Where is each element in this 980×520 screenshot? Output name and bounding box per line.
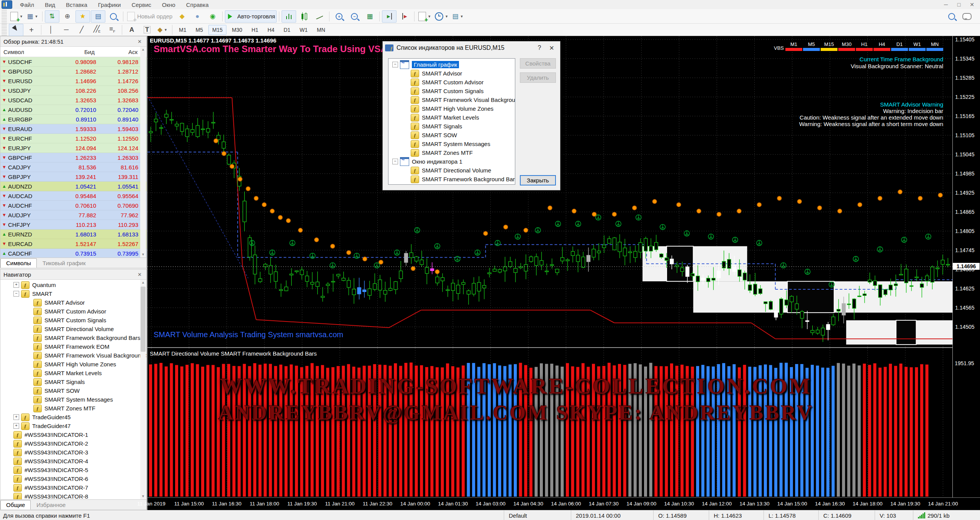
dialog-indicator-row[interactable]: ƒSMART System Messages (388, 139, 515, 148)
chevron-down-icon[interactable]: ▼ (34, 15, 38, 18)
navigator-item[interactable]: ƒ#WSS943!INDICATOR-4 (0, 457, 146, 466)
menu-item-окно[interactable]: Окно (157, 1, 181, 9)
periods-button[interactable]: ▼ (433, 10, 450, 23)
trendline-button[interactable]: ╱ (74, 24, 89, 36)
market-watch-row-AUDUSD[interactable]: ▲AUDUSD0.720100.72040 (0, 105, 146, 115)
new-chart-button[interactable]: +▼ (9, 10, 25, 23)
market-watch-row-AUDNZD[interactable]: ▲AUDNZD1.054211.05541 (0, 182, 146, 191)
shift-chart-button[interactable]: ▸ (397, 10, 412, 23)
hline-button[interactable]: ─ (59, 24, 74, 36)
dialog-indicator-row[interactable]: ƒSMART Framework Visual Background Scann… (388, 95, 515, 104)
dialog-help-button[interactable]: ? (533, 44, 546, 51)
navigator-item[interactable]: ƒSMART SOW (0, 386, 146, 395)
tab-тиковый-график[interactable]: Тиковый график (37, 258, 92, 268)
scroll-up-icon[interactable]: ▲ (140, 280, 146, 285)
line-chart-button[interactable] (312, 10, 327, 23)
navigator-item[interactable]: ƒSMART Framework Visual Background Scann… (0, 351, 146, 360)
market-watch-row-EURCHF[interactable]: ▼EURCHF1.125201.12550 (0, 134, 146, 143)
scroll-thumb[interactable] (141, 287, 146, 352)
dialog-indicator-row[interactable]: ƒSMART Custom Advisor (388, 78, 515, 87)
signals-button[interactable]: ◉ (205, 10, 220, 23)
crosshair-button[interactable]: + (24, 24, 39, 36)
navigator-item[interactable]: ƒSMART Custom Advisor (0, 307, 146, 316)
timeframe-mn[interactable]: MN (313, 25, 329, 35)
chevron-down-icon[interactable]: ▼ (20, 15, 23, 18)
market-watch-scrollbar[interactable]: ▲ ▼ (140, 47, 146, 258)
strategy-tester-button[interactable] (106, 10, 121, 23)
zoom-out-button[interactable]: − (347, 10, 362, 23)
close-icon[interactable]: ✕ (136, 272, 143, 277)
chevron-down-icon[interactable]: ▼ (428, 15, 431, 18)
navigator-item[interactable]: ƒSMART High Volume Zones (0, 360, 146, 369)
time-axis[interactable]: 11 Jan 201911 Jan 15:0011 Jan 16:3011 Ja… (147, 497, 980, 510)
expand-icon[interactable]: + (13, 414, 19, 420)
chevron-down-icon[interactable]: ▼ (164, 28, 167, 32)
navigator-item[interactable]: +ƒQuantum (0, 281, 146, 289)
tile-windows-button[interactable]: ▦ (362, 10, 377, 23)
close-button[interactable]: ✕ (966, 2, 978, 8)
chevron-down-icon[interactable]: ▼ (445, 15, 448, 18)
navigator-item[interactable]: ƒSMART Zones MTF (0, 404, 146, 413)
timeframe-m5[interactable]: M5 (192, 25, 206, 35)
dialog-indicator-row[interactable]: ƒSMART Directional Volume (388, 166, 515, 175)
tab-общие[interactable]: Общие (0, 500, 31, 510)
expand-icon[interactable]: − (13, 291, 19, 297)
close-icon[interactable]: ✕ (136, 39, 143, 44)
chevron-down-icon[interactable]: ▼ (460, 15, 464, 18)
expand-icon[interactable]: + (13, 282, 19, 288)
timeframe-m30[interactable]: M30 (228, 25, 246, 35)
autoscroll-toggle[interactable]: ▸ (382, 10, 397, 23)
menu-item-сервис[interactable]: Сервис (126, 1, 156, 9)
market-watch-row-GBPUSD[interactable]: ▼GBPUSD1.286821.28712 (0, 67, 146, 76)
zoom-in-button[interactable]: + (332, 10, 346, 23)
timeframe-m1[interactable]: M1 (175, 25, 190, 35)
market-watch-row-EURJPY[interactable]: ▼EURJPY124.094124.124 (0, 143, 146, 153)
navigator-item[interactable]: ƒ#WSS943!INDICATOR-5 (0, 466, 146, 474)
dialog-indicator-tree[interactable]: −Главный графикƒSMART AdvisorƒSMART Cust… (388, 58, 515, 185)
expand-icon[interactable]: + (13, 423, 19, 429)
dialog-indicator-row[interactable]: ƒSMART SOW (388, 131, 515, 139)
navigator-item[interactable]: ƒSMART Advisor (0, 298, 146, 307)
text-button[interactable]: A (125, 24, 139, 36)
dialog-indicator-row[interactable]: ƒSMART Zones MTF (388, 148, 515, 157)
navigator-item[interactable]: ƒ#WSS943!INDICATOR-6 (0, 474, 146, 483)
dialog-indicator-row[interactable]: ƒSMART High Volume Zones (388, 104, 515, 113)
arrows-button[interactable]: ◆▼ (155, 24, 170, 36)
navigator-item[interactable]: ƒSMART Custom Signals (0, 316, 146, 325)
terminal-toggle[interactable]: ▤ (91, 10, 105, 23)
dialog-indicator-row[interactable]: ƒSMART Advisor (388, 69, 515, 78)
templates-button[interactable]: ▤▼ (451, 10, 465, 23)
market-watch-row-USDCAD[interactable]: ▼USDCAD1.326531.32683 (0, 95, 146, 105)
maximize-button[interactable]: □ (953, 2, 965, 8)
dialog-title-bar[interactable]: Список индикаторов на EURUSD,M15 ? ✕ (383, 41, 560, 54)
navigator-item[interactable]: ƒ#WSS943!INDICATOR-2 (0, 439, 146, 448)
dialog-indicator-row[interactable]: ƒSMART Custom Signals (388, 87, 515, 95)
market-watch-row-GBPCHF[interactable]: ▼GBPCHF1.262331.26303 (0, 153, 146, 162)
expand-icon[interactable]: − (392, 62, 398, 67)
dialog-group-row[interactable]: −Главный график (388, 60, 515, 69)
cursor-button[interactable] (9, 24, 23, 36)
chat-button[interactable] (960, 10, 974, 23)
dialog-indicator-row[interactable]: ƒSMART Framework Background Bars (388, 175, 515, 184)
navigator-item[interactable]: ƒSMART Market Levels (0, 369, 146, 377)
scroll-down-icon[interactable]: ▼ (140, 494, 146, 499)
navigator-item[interactable]: ƒ#WSS943!INDICATOR-7 (0, 483, 146, 492)
market-watch-row-AUDJPY[interactable]: ▼AUDJPY77.88277.962 (0, 210, 146, 220)
price-scale[interactable]: 1.154051.153451.152851.152251.151651.151… (952, 36, 980, 497)
dialog-indicator-row[interactable]: ƒSMART Signals (388, 122, 515, 131)
tab-избранное[interactable]: Избранное (31, 500, 71, 510)
navigator-toggle[interactable]: ★ (75, 10, 90, 23)
market-watch-row-GBPJPY[interactable]: ▼GBPJPY139.241139.311 (0, 172, 146, 182)
dialog-indicator-row[interactable]: ƒSMART Market Levels (388, 113, 515, 122)
timeframe-w1[interactable]: W1 (296, 25, 311, 35)
timeframe-h4[interactable]: H4 (264, 25, 278, 35)
market-watch-row-AUDCAD[interactable]: ▼AUDCAD0.954840.95564 (0, 191, 146, 201)
minimize-button[interactable]: ─ (940, 2, 952, 8)
market-watch-row-CHFJPY[interactable]: ▼CHFJPY110.213110.293 (0, 220, 146, 230)
navigator-item[interactable]: ƒ#WSS943!INDICATOR-3 (0, 448, 146, 457)
market-watch-row-EURAUD[interactable]: ▼EURAUD1.593331.59403 (0, 124, 146, 134)
market-watch-row-CADCHF[interactable]: ▲CADCHF0.739150.73995 (0, 249, 146, 258)
market-watch-row-EURCAD[interactable]: ▼EURCAD1.521471.52267 (0, 239, 146, 249)
data-window-button[interactable]: ⊕ (60, 10, 75, 23)
navigator-item[interactable]: ƒSMART Directional Volume (0, 325, 146, 333)
